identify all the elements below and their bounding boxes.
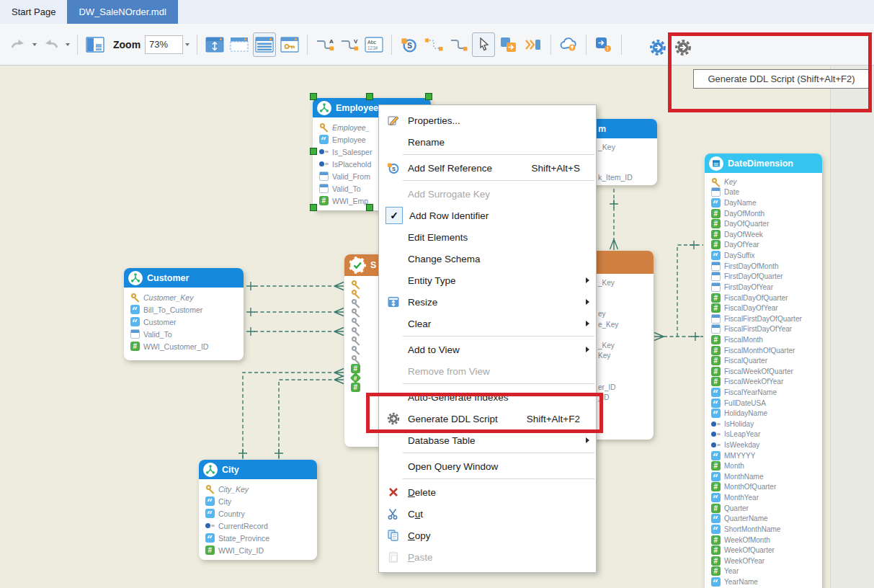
field-row[interactable]: FiscalYearName (711, 387, 819, 398)
field-row[interactable]: IsHoliday (711, 419, 819, 429)
menu-item-edit-elements[interactable]: Edit Elements (379, 226, 596, 248)
zoom-dropdown-icon[interactable] (185, 43, 189, 46)
selection-handle[interactable] (366, 204, 373, 211)
field-row[interactable]: FiscalFirstDayOfYear (711, 324, 819, 335)
field-row[interactable]: Date (711, 187, 819, 198)
entity-date-dimension[interactable]: DateDimension KeyDateDayNameDayOfMonthDa… (705, 153, 822, 588)
field-row[interactable]: FirstDayOfQuarter (711, 271, 819, 282)
field-row[interactable]: FullDateUSA (711, 398, 819, 409)
menu-item-add-self-reference[interactable]: Add Self Reference Shift+Alt+S (379, 157, 596, 179)
connector-ascending-button[interactable]: A (314, 33, 336, 56)
panel-toggle-button[interactable] (84, 33, 106, 56)
menu-item-cut[interactable]: Cut (379, 503, 596, 525)
field-row[interactable]: FiscalDayOfYear (711, 303, 819, 313)
menu-item-generate-ddl-script[interactable]: Generate DDL Script Shift+Alt+F2 (379, 408, 596, 429)
field-row[interactable]: MMYYYY (711, 450, 819, 461)
field-row[interactable]: Country (205, 507, 314, 520)
field-row[interactable]: ShortMonthName (711, 524, 819, 535)
field-row[interactable]: WeekOfYear (711, 556, 819, 566)
field-row[interactable]: Key (711, 177, 819, 187)
field-row[interactable]: Month (711, 460, 819, 471)
menu-item-add-row-identifier[interactable]: Add Row Identifier (379, 205, 596, 226)
menu-item-database-table[interactable]: Database Table (379, 429, 596, 451)
field-row[interactable]: IsLeapYear (711, 429, 819, 440)
field-row[interactable]: DayName (711, 197, 819, 208)
field-row[interactable]: MonthOfQuarter (711, 482, 819, 493)
selection-handle[interactable] (310, 148, 317, 155)
menu-item-properties[interactable]: Properties... (379, 110, 596, 131)
field-row[interactable]: CurrentRecord (205, 520, 314, 532)
field-row[interactable]: YearName (711, 576, 819, 587)
display-mode-fit-button[interactable] (204, 33, 226, 56)
elbow-connector-button[interactable] (447, 33, 469, 56)
menu-item-paste[interactable]: Paste (379, 546, 596, 568)
menu-item-auto-generate-indexes[interactable]: Auto-Generate Indexes (379, 386, 596, 408)
field-row[interactable]: DayOfWeek (711, 229, 819, 240)
field-row[interactable]: MonthName (711, 471, 819, 482)
redo-button[interactable] (40, 33, 62, 56)
forward-engineer-button[interactable] (498, 33, 520, 56)
field-row[interactable]: City (205, 495, 314, 507)
field-row[interactable]: Bill_To_Customer (130, 303, 241, 316)
sync-settings-button[interactable] (647, 36, 669, 59)
menu-item-clear[interactable]: Clear (379, 313, 596, 334)
reverse-engineer-button[interactable] (522, 33, 544, 56)
field-row[interactable]: Customer (130, 316, 241, 328)
tab-dw-salenorder-mdl[interactable]: DW_SaleNOrder.mdl (67, 0, 177, 24)
selection-handle[interactable] (425, 93, 432, 100)
field-row[interactable]: Customer_Key (130, 291, 241, 303)
menu-item-copy[interactable]: Copy (379, 525, 596, 546)
field-row[interactable]: FiscalMonth (711, 334, 819, 345)
menu-item-open-query-window[interactable]: Open Query Window (379, 455, 596, 477)
field-row[interactable]: FiscalQuarter (711, 355, 819, 366)
dotted-connector-button[interactable] (423, 33, 445, 56)
field-row[interactable]: FiscalWeekOfYear (711, 377, 819, 388)
field-row[interactable]: HolidayName (711, 408, 819, 419)
field-row[interactable]: FiscalWeekOfQuarter (711, 366, 819, 377)
entity-customer[interactable]: Customer Customer_KeyBill_To_CustomerCus… (124, 268, 244, 360)
field-row[interactable]: DayOfQuarter (711, 218, 819, 229)
field-row[interactable]: FiscalDayOfQuarter (711, 293, 819, 303)
database-export-button[interactable]: ! (593, 33, 615, 56)
field-row[interactable]: Year (711, 566, 819, 577)
menu-item-change-schema[interactable]: Change Schema (379, 248, 596, 270)
field-row[interactable]: DayOfYear (711, 240, 819, 251)
menu-item-resize[interactable]: Resize (379, 291, 596, 313)
menu-item-add-surrogate-key[interactable]: Add Surrogate Key (379, 183, 596, 205)
selection-handle[interactable] (310, 93, 317, 100)
selection-handle[interactable] (366, 93, 373, 100)
display-mode-columns-button[interactable] (253, 32, 276, 57)
menu-item-entity-type[interactable]: Entity Type (379, 270, 596, 291)
zoom-value[interactable]: 73% (145, 35, 183, 54)
add-self-reference-button[interactable] (398, 33, 420, 56)
field-row[interactable]: WeekOfQuarter (711, 545, 819, 556)
field-row[interactable]: WeekOfMonth (711, 535, 819, 545)
menu-item-add-to-view[interactable]: Add to View (379, 339, 596, 360)
undo-button[interactable] (7, 33, 29, 56)
connector-descending-button[interactable]: V (339, 33, 360, 56)
field-row[interactable]: Quarter (711, 503, 819, 514)
field-row[interactable]: FirstDayOfMonth (711, 261, 819, 272)
tab-start-page[interactable]: Start Page (0, 0, 67, 24)
menu-item-delete[interactable]: Delete (379, 481, 596, 503)
field-row[interactable]: FirstDayOfYear (711, 282, 819, 293)
field-row[interactable]: State_Province (205, 532, 314, 544)
field-row[interactable]: QuarterName (711, 514, 819, 525)
field-row[interactable]: FiscalFirstDayOfQuarter (711, 313, 819, 324)
field-row[interactable]: Valid_To (130, 328, 241, 340)
menu-item-rename[interactable]: Rename (379, 131, 596, 153)
field-row[interactable]: MonthYear (711, 492, 819, 503)
display-mode-keys-button[interactable] (279, 33, 300, 56)
field-row[interactable]: IsWeekday (711, 440, 819, 450)
entity-city[interactable]: City City_KeyCityCountryCurrentRecordSta… (199, 460, 317, 560)
pointer-tool-button[interactable] (472, 32, 495, 57)
menu-item-remove-from-view[interactable]: Remove from View (379, 360, 596, 382)
field-row[interactable]: DayOfMonth (711, 208, 819, 219)
display-mode-collapse-button[interactable] (228, 33, 250, 56)
field-row[interactable]: DaySuffix (711, 250, 819, 261)
field-row[interactable]: City_Key (205, 483, 314, 495)
generate-ddl-button[interactable] (672, 36, 694, 59)
undo-dropdown-icon[interactable] (32, 43, 37, 46)
field-row[interactable]: FiscalMonthOfQuarter (711, 345, 819, 356)
show-datatypes-button[interactable]: Abc123# (363, 33, 385, 56)
